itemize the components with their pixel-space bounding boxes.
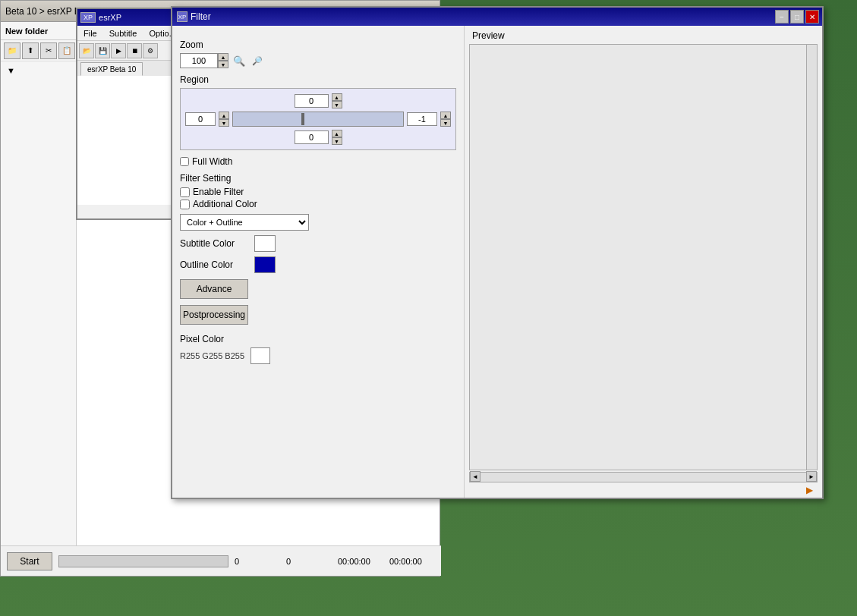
zoom-spin-up[interactable]: ▲ [218, 53, 228, 61]
subtitle-color-label: Subtitle Color [180, 238, 248, 249]
left-panel: Zoom ▲ ▼ 🔍 🔎 Region [172, 26, 465, 498]
outline-color-swatch[interactable] [254, 256, 276, 273]
region-bottom-row: ▲ ▼ [185, 130, 451, 145]
region-middle-row: ▲ ▼ ▲ ▼ [185, 112, 451, 127]
region-top-spin-down[interactable]: ▼ [332, 101, 342, 108]
explorer-sidebar: ▼ [1, 61, 77, 547]
region-bottom-spin-down[interactable]: ▼ [332, 137, 342, 145]
zoom-in-button[interactable]: 🔍 [232, 53, 247, 68]
preview-scrollbar-vertical[interactable] [806, 45, 817, 470]
progress-bar [58, 555, 228, 567]
region-left-spin-down[interactable]: ▼ [219, 119, 229, 127]
bottom-bar: Start 0 0 00:00:00 00:00:00 [1, 545, 441, 576]
toolbar-btn-copy[interactable]: 📋 [58, 42, 75, 59]
esrxp-title-text: esrXP [99, 13, 121, 22]
zoom-out-button[interactable]: 🔎 [250, 53, 265, 68]
tb-stop[interactable]: ⏹ [127, 43, 142, 58]
dialog-maximize-btn[interactable]: □ [790, 10, 804, 24]
enable-filter-label: Enable Filter [193, 187, 244, 197]
region-right-spinners: ▲ ▼ [440, 112, 451, 127]
dialog-title-icon: XP [177, 11, 187, 22]
region-slider-thumb[interactable] [301, 113, 304, 125]
pixel-value: R255 G255 B255 [180, 351, 244, 360]
region-top-spinners: ▲ ▼ [332, 93, 342, 108]
dialog-controls: − □ ✕ [775, 10, 819, 24]
preview-label: Preview [465, 26, 822, 42]
region-box: ▲ ▼ ▲ ▼ [180, 88, 456, 150]
timer2: 0 [286, 557, 332, 566]
additional-color-checkbox[interactable] [180, 200, 190, 209]
dialog-body: Zoom ▲ ▼ 🔍 🔎 Region [172, 26, 822, 498]
full-width-checkbox[interactable] [180, 157, 189, 166]
tb-play[interactable]: ▶ [111, 43, 126, 58]
region-top-input[interactable] [295, 94, 329, 108]
region-slider-track [232, 112, 404, 127]
pixel-color-swatch [250, 347, 270, 364]
dialog-minimize-btn[interactable]: − [775, 10, 789, 24]
zoom-spin-down[interactable]: ▼ [218, 61, 228, 68]
zoom-input[interactable] [180, 53, 218, 68]
filter-type-dropdown[interactable]: Color + Outline Color Only Outline Only [180, 214, 309, 231]
region-inner: ▲ ▼ ▲ ▼ [185, 93, 451, 145]
region-bottom-input[interactable] [295, 130, 329, 144]
zoom-spinners: ▲ ▼ [218, 53, 228, 68]
additional-color-label: Additional Color [193, 199, 257, 209]
tb-settings[interactable]: ⚙ [143, 43, 158, 58]
pixel-row: R255 G255 B255 [180, 347, 456, 364]
esrxp-title-icon: XP [80, 12, 96, 23]
outline-color-row: Outline Color [180, 256, 456, 273]
hscroll-left-arrow[interactable]: ◄ [470, 471, 480, 482]
play-btn-area: ▶ [465, 482, 822, 498]
subtitle-color-row: Subtitle Color [180, 235, 456, 252]
zoom-label: Zoom [180, 39, 456, 50]
enable-filter-row: Enable Filter [180, 187, 456, 197]
region-right-spin-down[interactable]: ▼ [440, 119, 451, 127]
region-top-spin-up[interactable]: ▲ [332, 93, 342, 101]
region-top-row: ▲ ▼ [185, 93, 451, 108]
region-right-spin-up[interactable]: ▲ [440, 112, 451, 119]
timer4: 00:00:00 [389, 557, 435, 566]
region-left-spin-up[interactable]: ▲ [219, 112, 229, 119]
preview-scrollbar-horizontal[interactable]: ◄ ► [469, 472, 818, 482]
timer1: 0 [235, 557, 280, 566]
region-bottom-spinners: ▲ ▼ [332, 130, 342, 145]
zoom-input-container: ▲ ▼ [180, 53, 228, 68]
preview-area [469, 44, 818, 470]
region-right-input[interactable] [407, 112, 437, 126]
outline-color-label: Outline Color [180, 259, 248, 270]
region-label: Region [180, 74, 456, 85]
full-width-row: Full Width [180, 156, 456, 167]
advance-button[interactable]: Advance [180, 279, 248, 299]
toolbar-btn-new[interactable]: 📁 [4, 42, 20, 59]
enable-filter-checkbox[interactable] [180, 187, 190, 197]
pixel-color-section: Pixel Color R255 G255 B255 [180, 334, 456, 364]
toolbar-btn-cut[interactable]: ✂ [40, 42, 57, 59]
sidebar-collapse[interactable]: ▼ [4, 64, 73, 77]
region-left-spinners: ▲ ▼ [219, 112, 229, 127]
subtitle-color-swatch[interactable] [254, 235, 276, 252]
tb-save[interactable]: 💾 [95, 43, 110, 58]
menu-subtitle[interactable]: Subtitle [106, 28, 140, 39]
dialog-close-btn[interactable]: ✕ [805, 10, 819, 24]
play-button[interactable]: ▶ [802, 485, 816, 495]
filter-dialog: XP Filter − □ ✕ Zoom ▲ ▼ 🔍 🔎 [171, 6, 824, 499]
menu-file[interactable]: File [80, 28, 100, 39]
additional-color-row: Additional Color [180, 199, 456, 209]
dialog-title: Filter [191, 11, 211, 22]
dropdown-container: Color + Outline Color Only Outline Only [180, 214, 456, 231]
start-button[interactable]: Start [7, 552, 52, 570]
right-panel: Preview ◄ ► ▶ [465, 26, 822, 498]
postprocessing-button[interactable]: Postprocessing [180, 305, 248, 325]
timer3: 00:00:00 [338, 557, 383, 566]
filter-setting-label: Filter Setting [180, 173, 456, 184]
region-left-input[interactable] [185, 112, 216, 126]
tab-esrxp[interactable]: esrXP Beta 10 [80, 62, 143, 76]
dialog-titlebar: XP Filter − □ ✕ [172, 8, 822, 26]
tb-open[interactable]: 📂 [79, 43, 94, 58]
region-bottom-spin-up[interactable]: ▲ [332, 130, 342, 137]
zoom-row: ▲ ▼ 🔍 🔎 [180, 53, 456, 68]
folder-name: New folder [5, 27, 48, 36]
toolbar-btn-up[interactable]: ⬆ [22, 42, 39, 59]
hscroll-right-arrow[interactable]: ► [806, 471, 817, 482]
pixel-color-label: Pixel Color [180, 334, 456, 344]
